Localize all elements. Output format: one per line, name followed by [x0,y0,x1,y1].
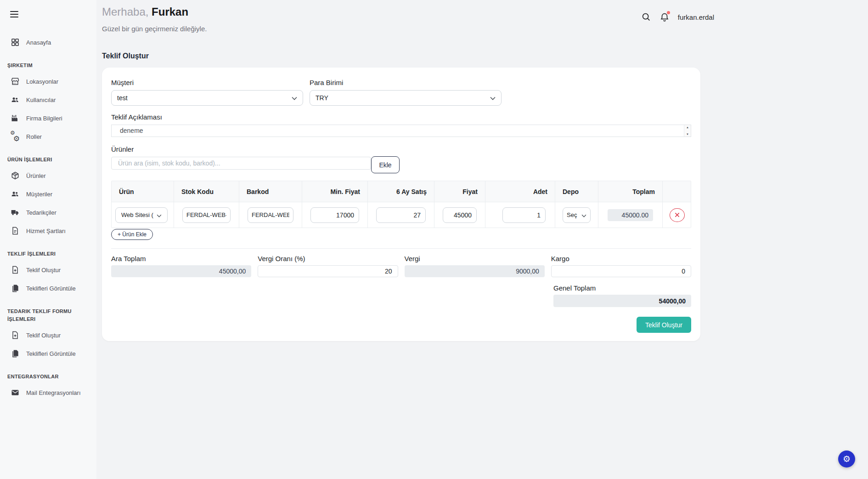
shipping-input[interactable] [551,265,691,277]
col-header-actions [663,181,692,202]
customer-select[interactable]: test [111,90,303,106]
product-search-input[interactable] [111,157,371,170]
min-price-input[interactable] [310,207,359,223]
tax-field: Vergi [405,255,545,277]
app-root: Anasayfa ŞIRKETIM Lokasyonlar Kullanıcıl… [0,0,868,479]
sidebar-item-anasayfa[interactable]: Anasayfa [0,33,96,51]
warehouse-select[interactable]: Seç [563,207,591,223]
topbar: Merhaba, Furkan Güzel bir gün geçirmeniz… [102,6,854,33]
sidebar-item-label: Anasayfa [26,39,51,46]
warehouse-select-value: Seç [567,211,581,218]
submit-quote-button[interactable]: Teklif Oluştur [637,317,691,333]
documents-icon [10,283,20,293]
notification-dot [667,11,670,14]
customer-label: Müşteri [111,79,303,86]
grid-icon [10,37,20,47]
tax-label: Vergi [405,255,545,262]
currency-select[interactable]: TRY [310,90,502,106]
sidebar-item-firma-bilgileri[interactable]: Firma Bilgileri [0,109,96,127]
sidebar-item-teklif-olustur[interactable]: Teklif Oluştur [0,261,96,279]
add-button[interactable]: Ekle [371,156,400,173]
sidebar-item-musteriler[interactable]: Müşteriler [0,185,96,203]
settings-gear-fab[interactable]: ⚙ [838,450,855,468]
gears-icon: ⚙⚙ [10,131,20,142]
sidebar-item-tedarik-teklif-olustur[interactable]: Teklif Oluştur [0,326,96,344]
sidebar-item-label: Teklif Oluştur [26,267,61,274]
sidebar-item-roller[interactable]: ⚙⚙ Roller [0,127,96,146]
shipping-field: Kargo [551,255,691,277]
sidebar-item-urunler[interactable]: Ürünler [0,166,96,185]
chevron-down-icon [490,94,496,102]
product-select[interactable]: Web Sitesi ( [115,207,168,223]
quote-form-card: Müşteri test Para Birimi TRY [102,68,700,341]
sidebar-section-entegrasyonlar: ENTEGRASYONLAR [0,373,73,381]
sidebar-item-teklifleri-goruntule[interactable]: Teklifleri Görüntüle [0,279,96,297]
sidebar-item-label: Teklifleri Görüntüle [26,285,76,292]
sidebar-item-label: Müşteriler [26,191,52,198]
top-actions: furkan.erdal [641,12,714,22]
currency-select-value: TRY [316,94,490,102]
col-header-toplam: Toplam [598,181,663,202]
description-textarea[interactable] [111,125,691,137]
sidebar-item-tedarikciler[interactable]: Tedarikçiler [0,203,96,222]
products-table-header: Ürün Stok Kodu Barkod Min. Fiyat 6 Ay Sa… [112,181,691,202]
sidebar-item-tedarik-teklifleri-goruntule[interactable]: Teklifleri Görüntüle [0,344,96,363]
customer-select-value: test [117,94,292,102]
subtotal-label: Ara Toplam [111,255,251,262]
users-icon [10,95,20,105]
col-header-urun: Ürün [112,181,174,202]
price-input[interactable] [443,207,477,223]
sidebar-section-urun-islemleri: ÜRÜN İŞLEMLERI [0,156,73,164]
sidebar-item-mail-entegrasyonlari[interactable]: Mail Entegrasyonları [0,383,96,402]
sidebar-section-sirketim: ŞIRKETIM [0,62,73,69]
sidebar-item-label: Ürünler [26,172,46,179]
subtotal-readonly [111,265,251,277]
products-table: Ürün Stok Kodu Barkod Min. Fiyat 6 Ay Sa… [111,181,691,228]
scroll-down-icon[interactable]: ▼ [686,133,689,136]
currency-label: Para Birimi [310,79,502,86]
search-icon[interactable] [641,12,651,22]
page-title: Teklif Oluştur [102,52,854,60]
sidebar-item-label: Lokasyonlar [26,78,58,85]
sidebar-item-label: Hizmet Şartları [26,228,66,234]
col-header-barkod: Barkod [239,181,302,202]
chevron-down-icon [157,211,162,219]
delete-row-button[interactable] [670,208,685,222]
sidebar: Anasayfa ŞIRKETIM Lokasyonlar Kullanıcıl… [0,0,96,479]
products-label: Ürünler [111,145,691,153]
document-plus-icon [10,330,20,340]
users-icon [10,189,20,199]
chevron-down-icon [581,211,586,219]
greeting-muted: Merhaba, [102,6,148,18]
sidebar-item-kullanicilar[interactable]: Kullanıcılar [0,91,96,109]
tax-rate-input[interactable] [258,265,398,277]
scroll-up-icon[interactable]: ▲ [686,126,689,129]
notifications-bell-icon[interactable] [659,12,670,22]
barcode-input[interactable] [248,207,293,223]
stock-code-input[interactable] [182,207,231,223]
sidebar-item-lokasyonlar[interactable]: Lokasyonlar [0,72,96,91]
grand-total-label: Genel Toplam [553,284,691,292]
sidebar-item-label: Mail Entegrasyonları [26,389,81,396]
sidebar-section-teklif-islemleri: TEKLIF İŞLEMLERI [0,250,73,258]
sidebar-item-label: Kullanıcılar [26,97,56,103]
col-header-fiyat: Fiyat [434,181,485,202]
row-total-readonly: 45000.00 [608,209,653,221]
username: furkan.erdal [678,13,714,21]
col-header-stok-kodu: Stok Kodu [174,181,239,202]
sidebar-item-label: Tedarikçiler [26,209,56,216]
col-header-depo: Depo [555,181,598,202]
hamburger-menu-icon[interactable] [10,11,18,17]
sidebar-item-label: Firma Bilgileri [26,115,62,122]
six-month-sales-input[interactable] [376,207,426,223]
greeting-block: Merhaba, Furkan Güzel bir gün geçirmeniz… [102,6,207,33]
textarea-scrollbar[interactable]: ▲ ▼ [684,125,691,137]
sidebar-item-hizmet-sartlari[interactable]: Hizmet Şartları [0,222,96,240]
description-label: Teklif Açıklaması [111,113,691,121]
add-product-button[interactable]: + Ürün Ekle [111,229,153,240]
store-icon [10,76,20,86]
greeting-name: Furkan [152,6,188,18]
quantity-input[interactable] [502,207,546,223]
sidebar-nav: Anasayfa ŞIRKETIM Lokasyonlar Kullanıcıl… [0,33,96,402]
chevron-down-icon [292,94,297,102]
